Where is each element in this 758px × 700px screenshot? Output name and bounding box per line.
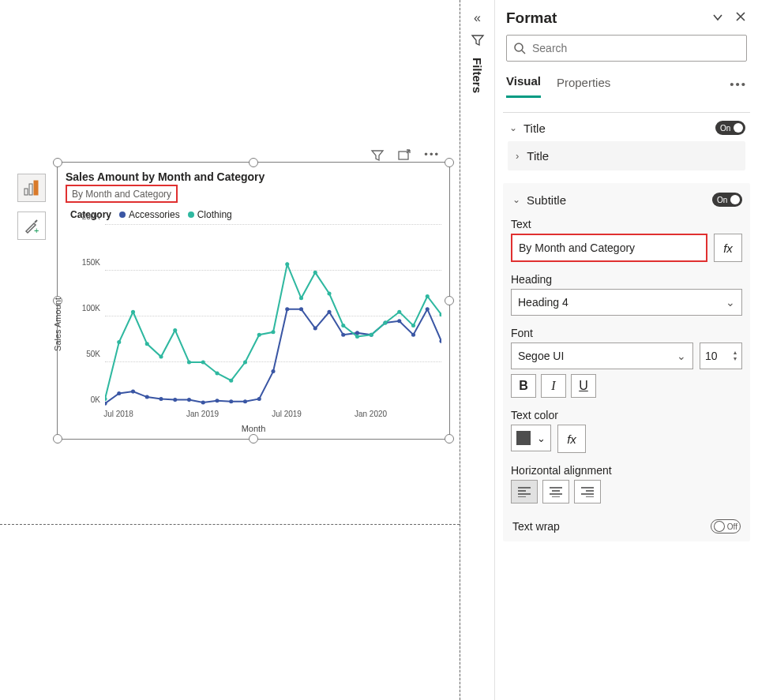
svg-point-36	[187, 360, 191, 364]
svg-point-38	[215, 371, 219, 375]
chart-subtitle: By Month and Category	[72, 189, 171, 200]
svg-point-53	[426, 294, 430, 298]
filters-label: Filters	[471, 58, 484, 93]
title-section: ⌄ Title On › Title	[503, 112, 750, 170]
svg-point-12	[201, 401, 205, 405]
y-axis-title: Sales Amount	[53, 298, 62, 351]
svg-point-33	[145, 342, 149, 346]
y-tick: 150K	[82, 258, 100, 267]
svg-point-31	[117, 340, 121, 344]
svg-point-8	[145, 395, 149, 399]
search-icon	[513, 42, 526, 54]
title-toggle[interactable]: On	[715, 121, 745, 135]
svg-rect-0	[24, 189, 28, 195]
section-label[interactable]: Title	[523, 122, 546, 135]
fx-button[interactable]: fx	[557, 425, 586, 453]
svg-point-34	[159, 355, 163, 359]
heading-select[interactable]: Heading 4 ⌄	[511, 289, 742, 316]
svg-point-22	[341, 333, 345, 337]
paintbrush-icon: +	[23, 217, 40, 234]
spinner-down-icon[interactable]: ▾	[734, 356, 737, 362]
section-label[interactable]: Subtitle	[527, 193, 566, 207]
svg-point-27	[411, 333, 415, 337]
svg-point-18	[285, 307, 289, 311]
chart-visual[interactable]: ••• Sales Amount by Month and Category B…	[57, 162, 450, 440]
svg-point-26	[397, 319, 401, 323]
chevron-down-icon[interactable]	[711, 10, 725, 27]
expand-left-icon[interactable]: «	[474, 11, 481, 25]
svg-point-43	[285, 262, 289, 266]
svg-point-7	[131, 390, 135, 394]
format-brush-button[interactable]: +	[17, 211, 46, 240]
chart-title: Sales Amount by Month and Category	[66, 170, 441, 183]
svg-point-15	[243, 399, 247, 403]
y-tick: 200K	[82, 212, 100, 221]
svg-text:+: +	[34, 226, 39, 234]
tab-visual[interactable]: Visual	[506, 69, 541, 98]
subtitle-section: ⌄ Subtitle On Text By Month and Category…	[503, 183, 750, 541]
x-tick: Jul 2019	[272, 410, 302, 418]
search-input[interactable]	[506, 35, 747, 62]
more-options-icon[interactable]: •••	[424, 148, 440, 165]
resize-handle[interactable]	[249, 158, 258, 167]
filter-icon	[471, 33, 485, 50]
svg-point-9	[159, 397, 163, 401]
svg-point-37	[201, 360, 205, 364]
align-center-button[interactable]	[542, 480, 569, 503]
svg-point-32	[131, 310, 135, 314]
format-pane: Format Visual Properties •••	[494, 0, 758, 700]
align-left-button[interactable]	[511, 480, 538, 503]
svg-rect-2	[34, 181, 38, 195]
x-tick: Jan 2020	[355, 410, 387, 418]
underline-button[interactable]: U	[571, 374, 596, 398]
panel-title: Format	[506, 9, 557, 27]
svg-point-14	[229, 399, 233, 403]
x-tick: Jul 2018	[103, 410, 133, 418]
close-icon[interactable]	[734, 10, 747, 27]
svg-point-6	[117, 391, 121, 395]
tab-properties[interactable]: Properties	[557, 71, 610, 97]
svg-point-19	[299, 307, 303, 311]
column-chart-icon	[23, 179, 40, 197]
bold-button[interactable]: B	[511, 374, 536, 398]
visualizations-toggle-button[interactable]	[17, 174, 46, 202]
fx-button[interactable]: fx	[714, 234, 742, 262]
svg-point-50	[383, 321, 387, 325]
y-tick: 100K	[82, 304, 100, 313]
filter-icon[interactable]	[370, 148, 385, 165]
svg-point-44	[299, 296, 303, 300]
x-tick: Jan 2019	[186, 410, 219, 418]
resize-handle[interactable]	[53, 434, 62, 444]
resize-handle[interactable]	[445, 434, 454, 444]
svg-point-35	[173, 328, 177, 332]
resize-handle[interactable]	[445, 158, 454, 167]
svg-point-29	[439, 339, 441, 343]
resize-handle[interactable]	[53, 158, 62, 167]
font-family-select[interactable]: Segoe UI ⌄	[511, 343, 693, 369]
font-size-input[interactable]: 10 ▴▾	[700, 343, 742, 369]
svg-point-30	[105, 397, 107, 401]
svg-point-47	[341, 324, 345, 328]
field-label: Text	[511, 218, 742, 230]
subtitle-text-input[interactable]: By Month and Category	[511, 234, 707, 262]
subtitle-toggle[interactable]: On	[712, 193, 742, 207]
resize-handle[interactable]	[249, 434, 258, 444]
focus-mode-icon[interactable]	[397, 148, 411, 165]
title-subcard[interactable]: › Title	[508, 141, 745, 170]
report-canvas[interactable]: + ••• Sales Amo	[0, 0, 460, 525]
text-wrap-toggle[interactable]: Off	[711, 519, 741, 533]
text-color-picker[interactable]: ⌄	[511, 425, 551, 451]
filters-pane-collapsed[interactable]: « Filters	[460, 0, 494, 700]
svg-point-55	[515, 43, 523, 51]
chevron-down-icon[interactable]: ⌄	[508, 122, 519, 133]
pane-divider[interactable]	[460, 0, 460, 700]
field-label: Text color	[511, 409, 742, 421]
chart-legend: Category Accessories Clothing	[58, 206, 449, 220]
color-swatch	[516, 431, 531, 445]
resize-handle[interactable]	[445, 296, 454, 305]
italic-button[interactable]: I	[541, 374, 566, 398]
more-options-icon[interactable]: •••	[730, 77, 747, 91]
svg-point-46	[327, 292, 331, 296]
align-right-button[interactable]	[574, 480, 601, 503]
chevron-down-icon[interactable]: ⌄	[511, 194, 522, 205]
